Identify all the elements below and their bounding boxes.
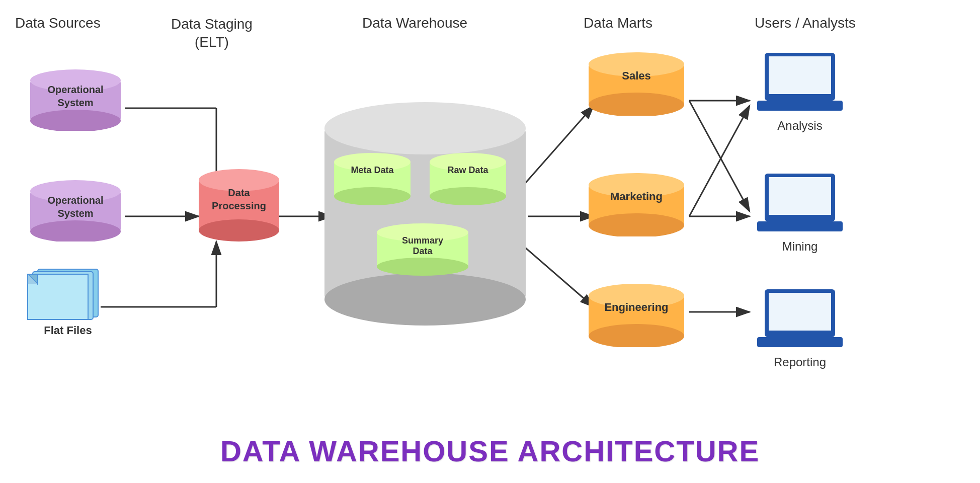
- svg-line-14: [689, 101, 750, 211]
- label-users-analysts: Users / Analysts: [755, 15, 856, 31]
- diagram-container: Data Sources Data Staging(ELT) Data Ware…: [0, 0, 980, 483]
- svg-rect-56: [769, 56, 831, 94]
- marketing-label: Marketing: [610, 190, 663, 203]
- svg-point-30: [199, 219, 279, 242]
- mining-user: Mining: [755, 171, 845, 254]
- analysis-user: Analysis: [755, 50, 845, 133]
- data-processing: DataProcessing: [196, 166, 282, 247]
- summary-data-label: SummaryData: [402, 235, 443, 256]
- reporting-user: Reporting: [755, 287, 845, 369]
- svg-rect-55: [757, 101, 843, 111]
- label-data-staging: Data Staging(ELT): [171, 15, 253, 52]
- sales-label: Sales: [622, 69, 651, 82]
- sales-mart: Sales: [586, 50, 687, 116]
- svg-point-42: [377, 258, 468, 276]
- marketing-mart: Marketing: [586, 171, 687, 236]
- raw-data-label: Raw Data: [447, 165, 488, 175]
- engineering-label: Engineering: [604, 301, 668, 313]
- svg-line-12: [518, 242, 594, 307]
- svg-point-48: [589, 213, 684, 236]
- svg-point-51: [589, 324, 684, 347]
- data-processing-label: DataProcessing: [212, 187, 266, 211]
- bottom-title: DATA WAREHOUSE ARCHITECTURE: [220, 434, 760, 468]
- svg-point-22: [30, 220, 121, 242]
- svg-line-10: [518, 106, 594, 191]
- reporting-label: Reporting: [774, 355, 826, 369]
- svg-rect-63: [757, 337, 843, 347]
- svg-rect-60: [769, 177, 831, 215]
- mining-label: Mining: [782, 239, 818, 254]
- meta-data-label: Meta Data: [351, 165, 393, 175]
- svg-point-34: [324, 102, 526, 154]
- label-data-sources: Data Sources: [15, 15, 101, 31]
- label-data-marts: Data Marts: [584, 15, 652, 31]
- label-data-warehouse: Data Warehouse: [362, 15, 467, 31]
- op-sys-2-label: OperationalSystem: [47, 195, 103, 219]
- svg-point-45: [589, 93, 684, 116]
- operational-system-1: OperationalSystem: [28, 65, 123, 131]
- flat-files-label: Flat Files: [44, 324, 92, 337]
- analysis-label: Analysis: [777, 119, 822, 133]
- flat-files: Flat Files: [23, 267, 113, 337]
- svg-line-15: [689, 106, 750, 216]
- svg-point-33: [324, 273, 526, 326]
- data-warehouse-cylinder: Meta Data Raw Data SummaryData: [322, 101, 528, 332]
- svg-point-36: [334, 187, 411, 205]
- svg-rect-64: [769, 293, 831, 331]
- op-sys-1-label: OperationalSystem: [47, 84, 103, 108]
- svg-point-39: [430, 187, 506, 205]
- operational-system-2: OperationalSystem: [28, 176, 123, 242]
- engineering-mart: Engineering: [586, 282, 687, 347]
- svg-rect-59: [757, 221, 843, 231]
- svg-point-19: [30, 110, 121, 131]
